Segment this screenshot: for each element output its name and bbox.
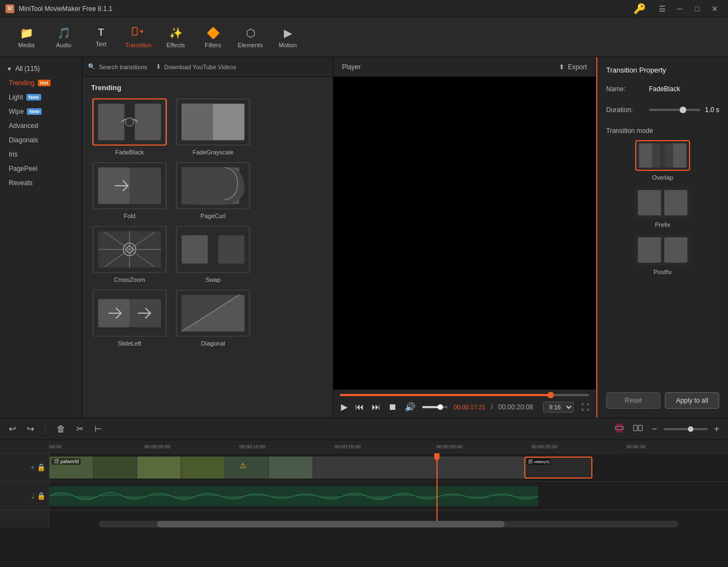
overlap-thumb: [635, 140, 690, 171]
export-button[interactable]: ⬆ Export: [559, 63, 587, 71]
zoom-in-button[interactable]: +: [712, 422, 721, 436]
text-label: Text: [96, 41, 107, 47]
delete-button[interactable]: 🗑: [54, 422, 68, 436]
postfix-label: Postfix: [653, 269, 671, 275]
svg-rect-44: [617, 424, 621, 432]
volume-button[interactable]: 🔊: [404, 401, 417, 413]
zoom-slider[interactable]: [664, 428, 708, 430]
filters-icon: 🔶: [206, 26, 220, 40]
add-audio-track[interactable]: ♩: [31, 492, 35, 500]
transition-crosszoom[interactable]: CrossZoom: [91, 226, 168, 283]
transition-mode-section: Transition mode Overlap: [606, 127, 719, 275]
sidebar-item-diagonals[interactable]: Diagonals: [0, 133, 82, 147]
sidebar-header[interactable]: ▼ All (115): [0, 62, 82, 76]
filters-tool[interactable]: 🔶 Filters: [195, 21, 231, 54]
svg-rect-2: [98, 104, 125, 141]
light-badge: New: [26, 94, 41, 101]
transitions-content: Trending FadeBl: [82, 77, 333, 418]
mode-prefix[interactable]: Prefix: [606, 187, 719, 228]
maximize-button[interactable]: □: [690, 3, 705, 14]
search-icon: 🔍: [88, 63, 96, 70]
progress-thumb[interactable]: [547, 392, 554, 398]
apply-all-button[interactable]: Apply to all: [665, 392, 719, 409]
duration-label: Duration:: [606, 106, 645, 114]
transition-swap[interactable]: Swap: [175, 226, 251, 283]
sidebar-item-light[interactable]: Light New: [0, 90, 82, 104]
elements-tool[interactable]: ⬡ Elements: [233, 21, 268, 54]
download-videos-btn[interactable]: ⬇ Download YouTube Videos: [156, 63, 237, 70]
play-button[interactable]: ▶: [340, 401, 349, 413]
zoom-out-button[interactable]: −: [649, 422, 659, 436]
swap-name: Swap: [205, 276, 221, 283]
motion-icon: ▶: [284, 26, 292, 40]
app-icon: M: [5, 4, 14, 13]
mode-grid: Overlap Prefix: [606, 140, 719, 275]
transition-tool[interactable]: Transition: [121, 21, 156, 54]
close-button[interactable]: ✕: [707, 3, 723, 14]
add-video-track[interactable]: +: [30, 463, 35, 471]
sidebar-item-iris[interactable]: Iris: [0, 147, 82, 162]
search-label: Search transitions: [99, 64, 147, 70]
prefix-label: Prefix: [655, 221, 670, 228]
timeline-right-controls: − +: [612, 421, 721, 437]
sidebar-trending-label: Trending: [9, 79, 35, 87]
mode-overlap[interactable]: Overlap: [606, 140, 719, 181]
split-button[interactable]: ⊢: [92, 421, 104, 436]
sidebar-item-reveals[interactable]: Reveals: [0, 176, 82, 190]
prev-button[interactable]: ⏮: [354, 401, 365, 413]
player-screen[interactable]: [333, 77, 596, 390]
text-tool[interactable]: T Text: [83, 21, 119, 54]
zoom-thumb: [688, 426, 693, 432]
timeline-scrollbar[interactable]: [99, 521, 679, 527]
lock-audio-track[interactable]: 🔒: [37, 492, 46, 500]
menu-button[interactable]: ☰: [654, 3, 670, 14]
media-label: Media: [18, 42, 35, 48]
transition-pagecurl[interactable]: PageCurl: [175, 162, 251, 219]
sidebar-arrow: ▼: [7, 66, 12, 72]
timeline: ↩ ↪ 🗑 ✂ ⊢ − +: [0, 418, 728, 527]
audio-tool[interactable]: 🎵 Audio: [46, 21, 81, 54]
transitions-grid: FadeBlack FadeGrayscale: [91, 98, 324, 347]
sidebar-item-trending[interactable]: Trending Hot: [0, 76, 82, 90]
transition-fold[interactable]: Fold: [91, 162, 168, 219]
prefix-thumb: [635, 187, 690, 218]
progress-bar[interactable]: [340, 394, 589, 396]
undo-button[interactable]: ↩: [7, 421, 18, 436]
media-tool[interactable]: 📁 Media: [9, 21, 44, 54]
transitions-toolbar: 🔍 Search transitions ⬇ Download YouTube …: [82, 57, 333, 77]
duration-slider[interactable]: [649, 109, 701, 111]
timeline-toolbar: ↩ ↪ 🗑 ✂ ⊢ − +: [0, 418, 728, 440]
postfix-thumb: [635, 235, 690, 265]
redo-button[interactable]: ↪: [25, 421, 36, 436]
sidebar-light-label: Light: [9, 93, 23, 101]
player-header: Player ⬆ Export: [333, 57, 596, 77]
sidebar-advanced-label: Advanced: [9, 122, 38, 130]
timeline-split-view[interactable]: [631, 421, 645, 437]
lock-video-track[interactable]: 🔒: [37, 463, 46, 471]
trending-badge: Hot: [38, 80, 51, 86]
search-transitions-btn[interactable]: 🔍 Search transitions: [88, 63, 147, 70]
svg-rect-25: [182, 235, 208, 263]
app-title: MiniTool MovieMaker Free 8.1.1: [19, 5, 629, 13]
mode-postfix[interactable]: Postfix: [606, 235, 719, 275]
export-label: Export: [568, 63, 587, 71]
timeline-snap-button[interactable]: [612, 421, 626, 437]
transition-diagonal[interactable]: Diagonal: [175, 290, 251, 347]
sidebar-item-wipe[interactable]: Wipe New: [0, 104, 82, 119]
next-button[interactable]: ⏭: [371, 401, 382, 413]
download-icon: ⬇: [156, 63, 161, 70]
effects-tool[interactable]: ✨ Effects: [158, 21, 193, 54]
transition-fadegrayscale[interactable]: FadeGrayscale: [175, 98, 251, 155]
motion-tool[interactable]: ▶ Motion: [270, 21, 305, 54]
transition-fadeblack[interactable]: FadeBlack: [91, 98, 168, 155]
cut-button[interactable]: ✂: [74, 421, 86, 436]
sidebar-item-advanced[interactable]: Advanced: [0, 119, 82, 133]
aspect-ratio-select[interactable]: 9:16 16:9 1:1: [543, 402, 574, 413]
reset-button[interactable]: Reset: [606, 392, 660, 409]
sidebar-item-pagepeel[interactable]: PagePeel: [0, 162, 82, 176]
transition-slideleft[interactable]: SlideLeft: [91, 290, 168, 347]
volume-slider[interactable]: [422, 406, 448, 408]
fullscreen-button[interactable]: ⛶: [581, 403, 589, 412]
minimize-button[interactable]: ─: [672, 3, 687, 14]
stop-button[interactable]: ⏹: [387, 401, 398, 413]
